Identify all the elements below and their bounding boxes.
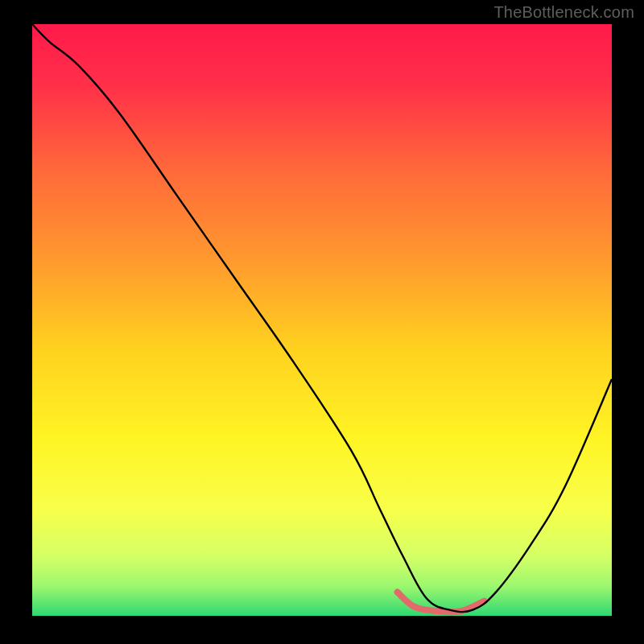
watermark-text: TheBottleneck.com <box>493 3 634 22</box>
bottleneck-chart <box>0 0 644 644</box>
